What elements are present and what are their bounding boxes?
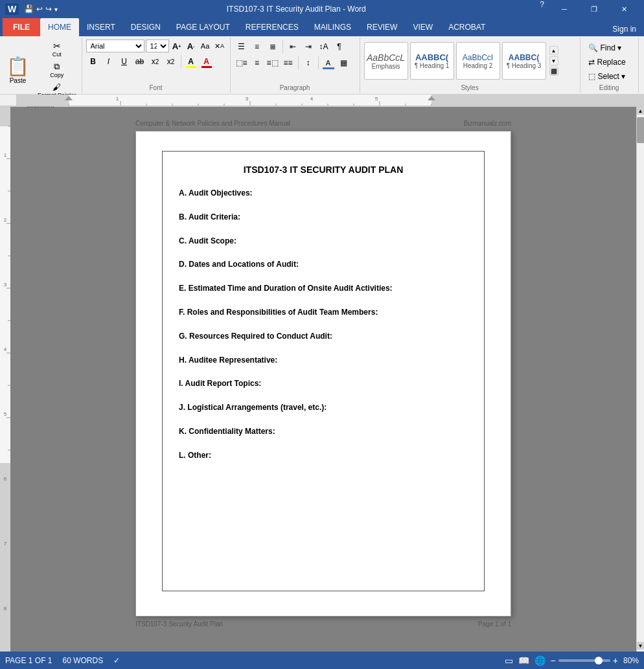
paragraph-row-2: ⬚≡ ≡ ≡⬚ ≡≡ ↕ A ▦ bbox=[235, 56, 351, 70]
clear-formatting-button[interactable]: ✕A bbox=[213, 40, 226, 52]
find-button[interactable]: 🔍 Find ▾ bbox=[584, 42, 626, 54]
page-header-info: Computer & Network Policies and Procedur… bbox=[135, 120, 511, 127]
tab-mailings[interactable]: MAILINGS bbox=[306, 18, 359, 36]
cut-button[interactable]: ✂ Cut bbox=[35, 40, 79, 59]
zoom-in-button[interactable]: + bbox=[613, 655, 618, 666]
search-icon: 🔍 bbox=[588, 43, 598, 52]
numbering-button[interactable]: ≡ bbox=[250, 40, 264, 54]
zoom-out-button[interactable]: − bbox=[551, 655, 556, 666]
svg-text:3: 3 bbox=[246, 96, 249, 102]
ruler-vertical: 1 2 3 4 5 6 7 8 bbox=[0, 107, 10, 652]
copy-button[interactable]: ⧉ Copy bbox=[35, 60, 79, 80]
read-mode-icon[interactable]: 📖 bbox=[518, 655, 529, 666]
quick-save-icon[interactable]: 💾 bbox=[24, 5, 34, 14]
styles-gallery-up[interactable]: ▲ bbox=[549, 46, 558, 55]
underline-button[interactable]: U bbox=[117, 54, 132, 69]
doc-header-right: Bizmanualz.com bbox=[464, 120, 511, 127]
bold-button[interactable]: B bbox=[86, 54, 100, 69]
superscript-button[interactable]: x2 bbox=[164, 54, 178, 69]
style-heading2[interactable]: AaBbCcI Heading 2 bbox=[456, 42, 500, 80]
document-area[interactable]: Computer & Network Policies and Procedur… bbox=[10, 107, 636, 652]
change-case-button[interactable]: Aa bbox=[199, 40, 212, 52]
document-page[interactable]: ITSD107-3 IT SECURITY AUDIT PLAN A. Audi… bbox=[135, 131, 511, 617]
font-group-content: Arial 12 A+ A- Aa ✕A B I U ab x2 x2 A bbox=[86, 40, 226, 82]
tab-acrobat[interactable]: ACROBAT bbox=[441, 18, 493, 36]
style-heading2-label: Heading 2 bbox=[463, 62, 493, 69]
style-emphasis[interactable]: AaBbCcL Emphasis bbox=[364, 42, 408, 80]
tab-design[interactable]: DESIGN bbox=[123, 18, 168, 36]
style-heading2-preview: AaBbCcI bbox=[463, 53, 493, 62]
replace-button[interactable]: ⇄ Replace bbox=[584, 56, 630, 68]
minimize-button[interactable]: ─ bbox=[549, 0, 579, 18]
tab-references[interactable]: REFERENCES bbox=[238, 18, 306, 36]
print-layout-icon[interactable]: ▭ bbox=[505, 655, 513, 666]
align-right-button[interactable]: ≡⬚ bbox=[266, 56, 280, 70]
strikethrough-button[interactable]: ab bbox=[133, 54, 147, 69]
scroll-up-button[interactable]: ▲ bbox=[637, 107, 645, 115]
justify-button[interactable]: ≡≡ bbox=[281, 56, 295, 70]
zoom-slider[interactable]: − + bbox=[551, 655, 618, 666]
scrollbar-vertical[interactable]: ▲ ▼ bbox=[636, 107, 644, 652]
font-row-1: Arial 12 A+ A- Aa ✕A bbox=[86, 40, 226, 52]
tab-view[interactable]: VIEW bbox=[405, 18, 441, 36]
style-heading1[interactable]: AABBC( ¶ Heading 1 bbox=[410, 42, 454, 80]
bullets-button[interactable]: ☰ bbox=[235, 40, 249, 54]
style-emphasis-label: Emphasis bbox=[372, 63, 400, 70]
text-highlight-button[interactable]: A bbox=[184, 54, 198, 69]
styles-gallery-down[interactable]: ▼ bbox=[549, 56, 558, 65]
web-layout-icon[interactable]: 🌐 bbox=[535, 655, 546, 666]
tab-file[interactable]: FILE bbox=[3, 18, 40, 36]
shading-button[interactable]: A bbox=[321, 56, 336, 70]
paragraph-group: ☰ ≡ ≣ ⇤ ⇥ ↕A ¶ ⬚≡ ≡ ≡⬚ ≡≡ ↕ A bbox=[231, 38, 360, 93]
style-heading1-preview: AABBC( bbox=[415, 52, 448, 62]
align-center-button[interactable]: ≡ bbox=[250, 56, 264, 70]
doc-item-e: E. Estimated Time and Duration of Onsite… bbox=[179, 283, 468, 294]
clipboard-group-content: 📋 Paste ✂ Cut ⧉ Copy 🖌 Format Painter bbox=[3, 40, 79, 100]
increase-indent-button[interactable]: ⇥ bbox=[301, 40, 316, 54]
subscript-button[interactable]: x2 bbox=[148, 54, 163, 69]
svg-text:5: 5 bbox=[375, 96, 378, 102]
tab-page-layout[interactable]: PAGE LAYOUT bbox=[168, 18, 238, 36]
tab-insert[interactable]: INSERT bbox=[79, 18, 123, 36]
svg-rect-2 bbox=[431, 95, 644, 106]
window-title: ITSD107-3 IT Security Audit Plan - Word bbox=[58, 5, 535, 14]
scroll-thumb[interactable] bbox=[637, 117, 645, 143]
tab-home[interactable]: HOME bbox=[40, 18, 79, 36]
font-face-select[interactable]: Arial bbox=[86, 40, 144, 52]
show-marks-button[interactable]: ¶ bbox=[332, 40, 347, 54]
style-heading3[interactable]: AABBC( ¶ Heading 3 bbox=[502, 42, 546, 80]
italic-button[interactable]: I bbox=[102, 54, 116, 69]
find-label: Find ▾ bbox=[601, 43, 622, 52]
multilevel-list-button[interactable]: ≣ bbox=[266, 40, 280, 54]
svg-text:5: 5 bbox=[4, 411, 7, 417]
window-controls: ? ─ ❐ ✕ bbox=[535, 0, 639, 18]
paste-button[interactable]: 📋 Paste bbox=[3, 53, 33, 87]
sign-in-link[interactable]: Sign in bbox=[604, 22, 644, 36]
line-spacing-button[interactable]: ↕ bbox=[301, 56, 316, 70]
select-icon: ⬚ bbox=[588, 72, 595, 81]
style-heading3-label: ¶ Heading 3 bbox=[507, 62, 542, 69]
svg-rect-24 bbox=[0, 107, 10, 126]
title-bar: W 💾 ↩ ↪ ▾ ITSD107-3 IT Security Audit Pl… bbox=[0, 0, 644, 18]
zoom-track[interactable] bbox=[558, 659, 610, 662]
decrease-indent-button[interactable]: ⇤ bbox=[286, 40, 300, 54]
font-color-button[interactable]: A bbox=[200, 54, 214, 69]
font-size-select[interactable]: 12 bbox=[146, 40, 169, 52]
close-button[interactable]: ✕ bbox=[609, 0, 639, 18]
styles-gallery-more[interactable]: ⬛ bbox=[549, 67, 558, 76]
align-left-button[interactable]: ⬚≡ bbox=[235, 56, 249, 70]
status-bar-left: PAGE 1 OF 1 60 WORDS ✓ bbox=[5, 656, 120, 665]
undo-icon[interactable]: ↩ bbox=[36, 5, 43, 14]
sort-button[interactable]: ↕A bbox=[317, 40, 331, 54]
decrease-font-button[interactable]: A- bbox=[185, 40, 198, 52]
tab-review[interactable]: REVIEW bbox=[359, 18, 405, 36]
redo-icon[interactable]: ↪ bbox=[45, 5, 52, 14]
help-icon[interactable]: ? bbox=[535, 0, 549, 18]
increase-font-button[interactable]: A+ bbox=[170, 40, 183, 52]
restore-button[interactable]: ❐ bbox=[579, 0, 609, 18]
borders-button[interactable]: ▦ bbox=[337, 56, 351, 70]
doc-item-h: H. Auditee Representative: bbox=[179, 355, 468, 366]
zoom-thumb[interactable] bbox=[595, 657, 603, 664]
scroll-down-button[interactable]: ▼ bbox=[637, 642, 645, 650]
select-button[interactable]: ⬚ Select ▾ bbox=[584, 71, 630, 82]
